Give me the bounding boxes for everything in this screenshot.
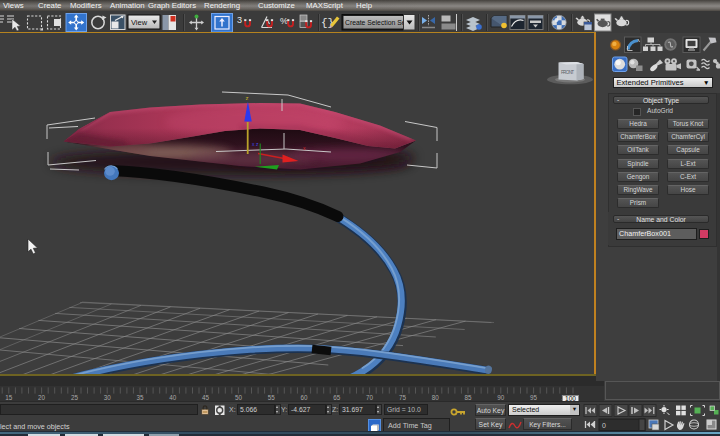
svg-text:25: 25 xyxy=(71,394,79,401)
svg-text:15: 15 xyxy=(5,394,13,401)
svg-text:50: 50 xyxy=(235,394,243,401)
svg-text:35: 35 xyxy=(136,394,144,401)
svg-text:x z: x z xyxy=(252,141,259,147)
svg-text:80: 80 xyxy=(432,394,440,401)
svg-text:70: 70 xyxy=(366,394,374,401)
svg-text:FRONT: FRONT xyxy=(561,70,574,75)
svg-text:75: 75 xyxy=(399,394,407,401)
svg-text:View: View xyxy=(131,18,148,27)
svg-text:3: 3 xyxy=(237,15,242,25)
svg-text:%: % xyxy=(280,16,288,26)
svg-text:55: 55 xyxy=(268,394,276,401)
svg-text:65: 65 xyxy=(333,394,341,401)
svg-text:60: 60 xyxy=(300,394,308,401)
svg-text:0: 0 xyxy=(602,422,606,429)
svg-text:85: 85 xyxy=(464,394,472,401)
svg-text:45: 45 xyxy=(202,394,210,401)
svg-text:z: z xyxy=(246,95,249,101)
svg-text:40: 40 xyxy=(169,394,177,401)
svg-text:30: 30 xyxy=(104,394,112,401)
svg-text:95: 95 xyxy=(530,394,538,401)
svg-text:20: 20 xyxy=(38,394,46,401)
svg-text:90: 90 xyxy=(497,394,505,401)
svg-text:Create Selection Se: Create Selection Se xyxy=(345,19,406,26)
